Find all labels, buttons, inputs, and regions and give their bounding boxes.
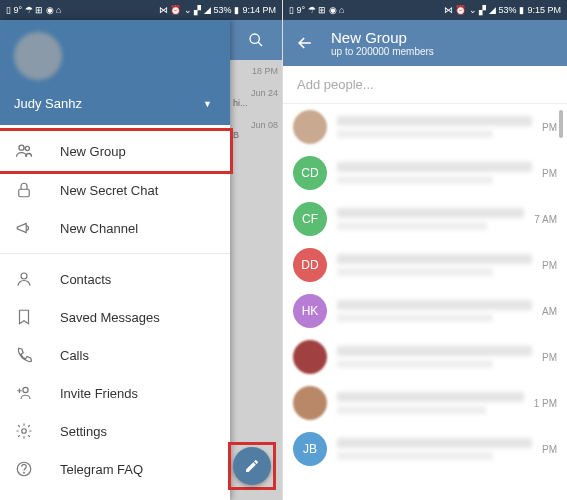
user-avatar[interactable] bbox=[14, 32, 62, 80]
contact-name-redacted bbox=[337, 208, 524, 218]
chat-preview[interactable]: Jun 24hi... bbox=[229, 82, 282, 114]
phone-icon bbox=[14, 346, 34, 364]
menu-calls[interactable]: Calls bbox=[0, 336, 230, 374]
pencil-icon bbox=[244, 458, 260, 474]
lock-icon bbox=[14, 181, 34, 199]
menu-telegram-faq[interactable]: Telegram FAQ bbox=[0, 450, 230, 488]
add-person-icon bbox=[14, 384, 34, 402]
page-title: New Group bbox=[331, 29, 434, 46]
contact-time: PM bbox=[542, 122, 557, 133]
contact-status-redacted bbox=[337, 314, 493, 322]
contact-name-redacted bbox=[337, 300, 532, 310]
menu-label: New Group bbox=[60, 144, 126, 159]
drawer-menu: New Group New Secret Chat New Channel Co… bbox=[0, 125, 230, 494]
back-arrow-icon[interactable] bbox=[295, 33, 315, 53]
gear-icon bbox=[14, 422, 34, 440]
new-group-header: New Group up to 200000 members bbox=[283, 20, 567, 66]
status-bar: ▯ 9° ☂ ⊞ ◉ ⌂ ⋈ ⏰ ⌄ ▞ ◢ 53% ▮ 9:14 PM bbox=[0, 0, 282, 20]
megaphone-icon bbox=[14, 219, 34, 237]
contact-row[interactable]: PM bbox=[283, 334, 567, 380]
contact-row[interactable]: CF7 AM bbox=[283, 196, 567, 242]
menu-label: Settings bbox=[60, 424, 107, 439]
contact-time: PM bbox=[542, 444, 557, 455]
menu-contacts[interactable]: Contacts bbox=[0, 260, 230, 298]
contact-name-redacted bbox=[337, 438, 532, 448]
contact-row[interactable]: DDPM bbox=[283, 242, 567, 288]
contact-status-redacted bbox=[337, 268, 493, 276]
menu-settings[interactable]: Settings bbox=[0, 412, 230, 450]
account-caret-icon[interactable]: ▼ bbox=[203, 99, 212, 109]
svg-point-3 bbox=[25, 146, 29, 150]
contact-time: 1 PM bbox=[534, 398, 557, 409]
contact-name-redacted bbox=[337, 162, 532, 172]
contact-avatar-initials: CD bbox=[293, 156, 327, 190]
page-subtitle: up to 200000 members bbox=[331, 46, 434, 57]
menu-new-secret-chat[interactable]: New Secret Chat bbox=[0, 171, 230, 209]
compose-fab[interactable] bbox=[233, 447, 271, 485]
svg-point-0 bbox=[250, 34, 259, 43]
svg-point-5 bbox=[21, 273, 27, 279]
contact-avatar-photo bbox=[293, 110, 327, 144]
contact-time: PM bbox=[542, 260, 557, 271]
contact-avatar-initials: DD bbox=[293, 248, 327, 282]
menu-new-channel[interactable]: New Channel bbox=[0, 209, 230, 247]
menu-label: New Secret Chat bbox=[60, 183, 158, 198]
contact-status-redacted bbox=[337, 222, 487, 230]
divider bbox=[0, 253, 230, 254]
contact-name-redacted bbox=[337, 392, 524, 402]
svg-point-2 bbox=[19, 145, 24, 150]
contact-time: PM bbox=[542, 352, 557, 363]
contact-name-redacted bbox=[337, 116, 532, 126]
contact-status-redacted bbox=[337, 360, 493, 368]
contact-row[interactable]: 1 PM bbox=[283, 380, 567, 426]
svg-point-9 bbox=[24, 472, 25, 473]
svg-point-7 bbox=[22, 429, 27, 434]
help-icon bbox=[14, 460, 34, 478]
right-screen: ▯ 9° ☂ ⊞ ◉ ⌂ ⋈ ⏰ ⌄ ▞ ◢ 53% ▮ 9:15 PM New… bbox=[283, 0, 567, 500]
fab-highlight bbox=[228, 442, 276, 490]
add-people-input[interactable]: Add people... bbox=[283, 66, 567, 104]
contact-avatar-initials: CF bbox=[293, 202, 327, 236]
menu-label: Telegram FAQ bbox=[60, 462, 143, 477]
contact-row[interactable]: HKAM bbox=[283, 288, 567, 334]
chat-preview[interactable]: Jun 08B bbox=[229, 114, 282, 146]
bookmark-icon bbox=[14, 308, 34, 326]
contact-avatar-initials: JB bbox=[293, 432, 327, 466]
contact-status-redacted bbox=[337, 452, 493, 460]
contact-time: 7 AM bbox=[534, 214, 557, 225]
menu-saved-messages[interactable]: Saved Messages bbox=[0, 298, 230, 336]
menu-label: Calls bbox=[60, 348, 89, 363]
menu-new-group[interactable]: New Group bbox=[0, 128, 233, 174]
menu-invite-friends[interactable]: Invite Friends bbox=[0, 374, 230, 412]
contacts-list[interactable]: PMCDPMCF7 AMDDPMHKAMPM1 PMJBPM bbox=[283, 104, 567, 500]
contact-row[interactable]: PM bbox=[283, 104, 567, 150]
menu-label: Invite Friends bbox=[60, 386, 138, 401]
svg-point-6 bbox=[23, 387, 28, 392]
status-bar: ▯ 9° ☂ ⊞ ◉ ⌂ ⋈ ⏰ ⌄ ▞ ◢ 53% ▮ 9:15 PM bbox=[283, 0, 567, 20]
left-screen: ▯ 9° ☂ ⊞ ◉ ⌂ ⋈ ⏰ ⌄ ▞ ◢ 53% ▮ 9:14 PM 18 … bbox=[0, 0, 283, 500]
contact-avatar-photo bbox=[293, 386, 327, 420]
contact-time: AM bbox=[542, 306, 557, 317]
drawer-header[interactable]: Judy Sanhz ▼ bbox=[0, 20, 230, 125]
contact-status-redacted bbox=[337, 406, 486, 414]
svg-rect-4 bbox=[19, 189, 30, 197]
menu-label: New Channel bbox=[60, 221, 138, 236]
navigation-drawer: Judy Sanhz ▼ New Group New Secret Chat N… bbox=[0, 20, 230, 500]
contact-status-redacted bbox=[337, 130, 493, 138]
scrollbar[interactable] bbox=[559, 110, 563, 138]
menu-label: Saved Messages bbox=[60, 310, 160, 325]
contact-avatar-initials: HK bbox=[293, 294, 327, 328]
contact-row[interactable]: JBPM bbox=[283, 426, 567, 472]
menu-label: Contacts bbox=[60, 272, 111, 287]
contact-status-redacted bbox=[337, 176, 493, 184]
chat-list-underlay: 18 PM Jun 24hi... Jun 08B bbox=[229, 20, 282, 500]
contact-row[interactable]: CDPM bbox=[283, 150, 567, 196]
svg-line-1 bbox=[258, 42, 262, 46]
contact-name-redacted bbox=[337, 254, 532, 264]
contact-time: PM bbox=[542, 168, 557, 179]
contact-avatar-photo bbox=[293, 340, 327, 374]
search-icon[interactable] bbox=[229, 20, 282, 60]
chat-preview[interactable]: 18 PM bbox=[229, 60, 282, 82]
contact-name-redacted bbox=[337, 346, 532, 356]
person-icon bbox=[14, 270, 34, 288]
